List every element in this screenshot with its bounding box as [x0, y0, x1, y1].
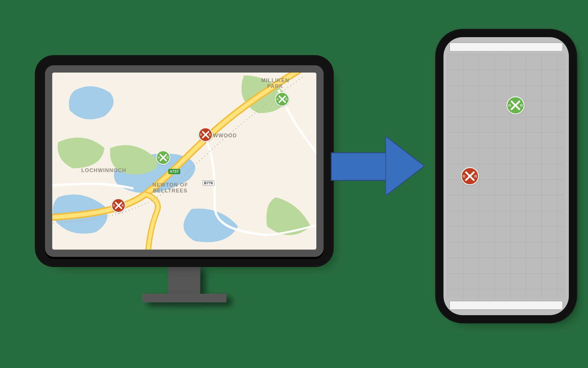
railroad-crossing-marker-green[interactable]: RR: [275, 92, 289, 107]
transfer-arrow-head: [386, 137, 424, 195]
phone-speaker-top: [449, 42, 563, 52]
railroad-crossing-marker-red[interactable]: RR: [461, 167, 479, 185]
monitor-device: MILLIKEN PARK H WWOOD LOCHWINNOCH NEWTON…: [45, 65, 324, 257]
marker-letter-right: R: [122, 204, 124, 207]
map-surface[interactable]: MILLIKEN PARK H WWOOD LOCHWINNOCH NEWTON…: [52, 73, 316, 250]
monitor-stand: [168, 266, 200, 295]
phone-device: RRRR: [443, 37, 569, 315]
place-label-milliken-park: MILLIKEN PARK: [261, 78, 289, 89]
marker-letter-right: R: [474, 174, 477, 178]
marker-letter-right: R: [285, 98, 287, 101]
monitor-base: [142, 294, 226, 302]
railroad-crossing-marker-red[interactable]: RR: [198, 127, 213, 142]
railroad-crossing-marker-green[interactable]: RR: [156, 150, 170, 165]
diagram-canvas: MILLIKEN PARK H WWOOD LOCHWINNOCH NEWTON…: [0, 0, 588, 368]
crossing-x-icon: [510, 100, 521, 111]
phone-grid-screen[interactable]: RRRR: [448, 54, 565, 298]
crossing-x-icon: [159, 154, 167, 162]
desktop-map-screen[interactable]: MILLIKEN PARK H WWOOD LOCHWINNOCH NEWTON…: [52, 73, 316, 250]
place-label-newton-of-belltrees: NEWTON OF BELLTREES: [152, 182, 188, 194]
railroad-crossing-marker-green[interactable]: RR: [506, 96, 524, 114]
marker-letter-right: R: [520, 103, 523, 107]
marker-letter-right: R: [209, 133, 211, 136]
crossing-x-icon: [278, 95, 286, 103]
road-badge-b776: B776: [203, 181, 214, 186]
railroad-crossing-marker-red[interactable]: RR: [111, 198, 126, 213]
crossing-x-icon: [201, 131, 210, 139]
marker-letter-right: R: [167, 156, 169, 159]
road-badge-a737: A737: [168, 169, 180, 174]
crossing-x-icon: [465, 171, 475, 181]
transfer-arrow: [331, 152, 388, 181]
crossing-x-icon: [114, 201, 122, 210]
phone-speaker-bottom: [449, 301, 563, 310]
place-label-lochwinnoch: LOCHWINNOCH: [81, 168, 126, 174]
